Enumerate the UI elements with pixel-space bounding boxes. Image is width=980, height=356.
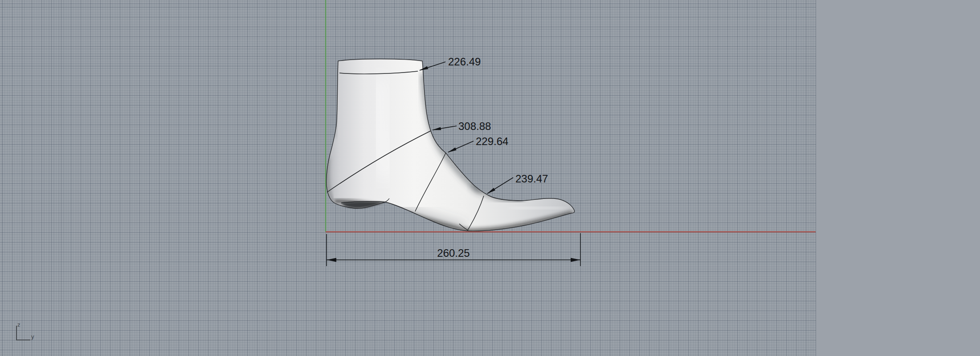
shoe-last-model[interactable] — [327, 59, 575, 231]
arrowhead-left — [327, 258, 336, 262]
leader-line — [448, 141, 474, 152]
axis-gizmo: z y — [16, 321, 34, 340]
leader-line — [433, 126, 457, 130]
dimension-ball-girth[interactable]: 239.47 — [487, 173, 548, 194]
cad-viewport: 226.49 308.88 229.64 239.47 260.25 — [0, 0, 980, 356]
dimension-value[interactable]: 239.47 — [515, 173, 548, 185]
dimension-bottom-length[interactable]: 260.25 — [327, 233, 580, 266]
leader-line — [420, 62, 445, 70]
dimension-value[interactable]: 260.25 — [437, 247, 470, 259]
axis-gizmo-z-label: z — [17, 321, 20, 328]
dimension-value[interactable]: 226.49 — [448, 56, 481, 68]
dimension-value[interactable]: 308.88 — [458, 120, 491, 132]
leader-line — [487, 178, 513, 194]
axis-gizmo-y-label: y — [31, 333, 34, 340]
dimension-cuff-girth[interactable]: 226.49 — [420, 56, 481, 70]
dimension-long-heel-girth[interactable]: 308.88 — [433, 120, 491, 132]
dimension-value[interactable]: 229.64 — [476, 135, 508, 147]
scene-layer: 226.49 308.88 229.64 239.47 260.25 — [0, 0, 980, 356]
arrowhead-right — [571, 258, 580, 262]
dimension-instep-girth[interactable]: 229.64 — [448, 135, 508, 152]
